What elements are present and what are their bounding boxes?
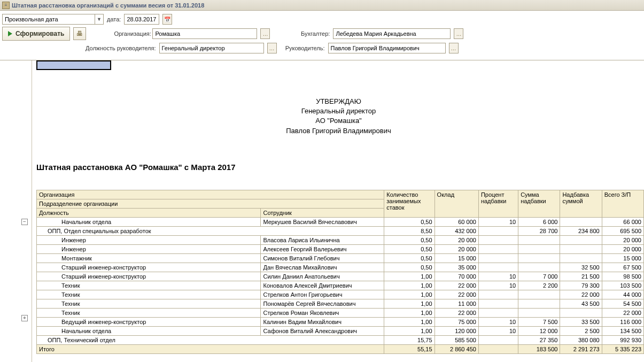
calendar-icon[interactable]: 📅 — [162, 14, 172, 25]
row-nad: 234 800 — [560, 226, 602, 235]
row-nad — [560, 244, 602, 253]
chevron-down-icon[interactable]: ▼ — [95, 14, 103, 24]
table-row: ТехникСтрелков Антон Григорьевич1,0022 0… — [37, 290, 644, 299]
total-row: Итого 55,15 2 860 450 183 500 2 291 273 … — [37, 344, 644, 353]
hdr-sum: Сумма надбавки — [518, 190, 560, 217]
approve-line2: Генеральный директор — [33, 106, 644, 116]
head-picker-button[interactable]: … — [449, 43, 459, 53]
row-sum: 28 700 — [518, 226, 560, 235]
row-qty: 0,50 — [384, 253, 434, 263]
generate-button[interactable]: Сформировать — [2, 27, 70, 41]
buh-label: Бухгалтер: — [291, 30, 330, 37]
buh-picker-button[interactable]: … — [454, 28, 463, 39]
org-field[interactable]: Ромашка — [152, 28, 257, 39]
row-sum: 12 000 — [518, 326, 560, 335]
row-pct: 10 — [478, 317, 518, 326]
row-employee: Алексеев Георгий Валерьевич — [261, 244, 384, 253]
head-field[interactable]: Павлов Григорий Владимирович — [328, 43, 446, 53]
date-field[interactable]: 28.03.2017 — [124, 14, 159, 25]
hdr-oklad: Оклад — [434, 190, 478, 217]
window-titlebar: ≡ Штатная расстановка организаций с сумм… — [0, 0, 644, 11]
report-title: Штатная расстановка АО "Ромашка" с Марта… — [36, 163, 644, 172]
total-qty: 55,15 — [384, 344, 434, 353]
hdr-qty: Количество занимаемых ставок — [384, 190, 434, 217]
row-total: 695 500 — [602, 226, 643, 235]
row-pct — [478, 308, 518, 317]
row-name: Инженер — [37, 235, 261, 244]
row-total: 15 000 — [602, 253, 643, 263]
report-area: − + УТВЕРЖДАЮ Генеральный директор АО "Р… — [0, 60, 644, 362]
row-name: Инженер — [37, 244, 261, 253]
buh-field[interactable]: Лебедева Мария Аркадьевна — [333, 28, 451, 39]
approve-line3: АО "Ромашка" — [33, 116, 644, 126]
org-label: Организация: — [114, 30, 149, 37]
date-mode-dropdown[interactable]: ▼ — [2, 14, 104, 25]
row-total: 20 000 — [602, 235, 643, 244]
row-employee: Дан Вячеслав Михайлович — [261, 263, 384, 272]
row-sum: 7 000 — [518, 272, 560, 281]
hdr-position: Должность — [37, 208, 261, 217]
hdr-pct: Процент надбавки — [478, 190, 518, 217]
row-pct — [478, 226, 518, 235]
row-nad: 32 500 — [560, 263, 602, 272]
row-name: Техник — [37, 281, 261, 290]
row-pct: 10 — [478, 326, 518, 335]
row-qty: 0,50 — [384, 244, 434, 253]
row-sum — [518, 253, 560, 263]
row-total: 20 000 — [602, 244, 643, 253]
row-name: Начальник отдела — [37, 217, 261, 226]
row-pct: 10 — [478, 217, 518, 226]
approve-line1: УТВЕРЖДАЮ — [33, 97, 644, 106]
table-row: Начальник отделаСафонов Виталий Александ… — [37, 326, 644, 335]
table-row: Старший инженер-конструкторСилин Даниил … — [37, 272, 644, 281]
pos-picker-button[interactable]: … — [267, 43, 277, 53]
row-sum — [518, 263, 560, 272]
row-nad: 43 500 — [560, 299, 602, 308]
tree-expand-icon[interactable]: + — [21, 315, 28, 321]
window-title: Штатная расстановка организаций с суммам… — [12, 2, 204, 9]
row-pct: 10 — [478, 281, 518, 290]
row-sum — [518, 244, 560, 253]
row-employee: Силин Даниил Анатольевич — [261, 272, 384, 281]
row-nad — [560, 235, 602, 244]
row-pct: 10 — [478, 272, 518, 281]
selected-cell[interactable] — [36, 60, 111, 70]
date-mode-value[interactable] — [3, 14, 95, 24]
table-row: ТехникКоновалов Алексей Дмитриевич1,0022… — [37, 281, 644, 290]
row-total: 98 500 — [602, 272, 643, 281]
row-oklad: 20 000 — [434, 235, 478, 244]
report-table: Организация Количество занимаемых ставок… — [36, 190, 644, 354]
row-nad: 33 500 — [560, 317, 602, 326]
row-name: Монтажник — [37, 253, 261, 263]
row-nad: 380 080 — [560, 335, 602, 344]
row-name: ОПП, Технический отдел — [37, 335, 384, 344]
tree-collapse-icon[interactable]: − — [21, 219, 28, 225]
header-row-1: Организация Количество занимаемых ставок… — [37, 190, 644, 199]
row-employee: Коновалов Алексей Дмитриевич — [261, 281, 384, 290]
total-nad: 2 291 273 — [560, 344, 602, 353]
approve-line4: Павлов Григорий Владимирович — [33, 126, 644, 136]
row-pct — [478, 290, 518, 299]
row-nad: 22 000 — [560, 290, 602, 299]
row-name: Старший инженер-конструктор — [37, 272, 261, 281]
total-oklad: 2 860 450 — [434, 344, 478, 353]
row-name: Техник — [37, 299, 261, 308]
total-total: 5 335 223 — [602, 344, 643, 353]
table-row: Старший инженер-конструкторДан Вячеслав … — [37, 263, 644, 272]
row-name: Ведущий инженер-конструктор — [37, 317, 261, 326]
row-employee: Симонов Виталий Глебович — [261, 253, 384, 263]
row-total: 116 000 — [602, 317, 643, 326]
print-settings-icon[interactable]: 🖶 — [73, 27, 86, 40]
org-picker-button[interactable]: … — [260, 28, 270, 39]
window-icon: ≡ — [2, 2, 10, 9]
hdr-dept: Подразделение организации — [37, 199, 384, 208]
row-total: 103 500 — [602, 281, 643, 290]
row-total: 992 930 — [602, 335, 643, 344]
row-pct — [478, 244, 518, 253]
row-qty: 0,50 — [384, 235, 434, 244]
total-sum: 183 500 — [518, 344, 560, 353]
generate-button-label: Сформировать — [15, 30, 64, 37]
row-nad — [560, 253, 602, 263]
row-qty: 1,00 — [384, 290, 434, 299]
pos-field[interactable]: Генеральный директор — [159, 43, 264, 53]
